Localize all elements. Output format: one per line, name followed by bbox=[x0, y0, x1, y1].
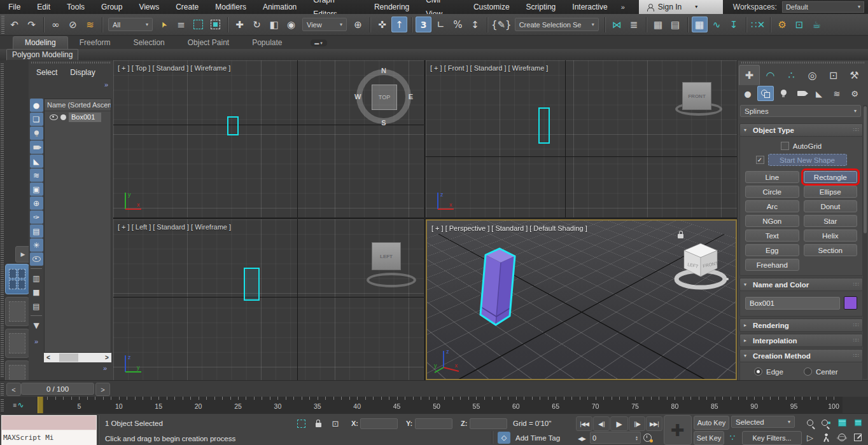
y-coordinate-field[interactable] bbox=[415, 418, 452, 429]
next-frame-button[interactable]: > bbox=[95, 383, 110, 396]
box001-object[interactable] bbox=[475, 243, 533, 332]
spline-button-helix[interactable]: Helix bbox=[804, 229, 858, 242]
filter-shapes-icon[interactable]: ❏ bbox=[30, 113, 43, 126]
viewport-menu-button[interactable]: [ + ] bbox=[118, 223, 130, 231]
tab-motion-icon[interactable]: ◎ bbox=[802, 65, 823, 85]
edge-radio[interactable] bbox=[754, 367, 762, 376]
shape-category-dropdown[interactable]: Splines ▾ bbox=[740, 105, 861, 117]
zoom-extents-icon[interactable] bbox=[835, 416, 849, 429]
maxscript-mini-listener[interactable]: MAXScript Mi bbox=[1, 415, 97, 445]
selection-set-dropdown[interactable]: Selected ▾ bbox=[731, 416, 795, 428]
category-space-warps-icon[interactable]: ≋ bbox=[829, 86, 845, 101]
spline-button-egg[interactable]: Egg bbox=[745, 244, 799, 256]
filter-containers-icon[interactable]: ⊕ bbox=[30, 196, 43, 210]
visibility-eye-icon[interactable] bbox=[50, 114, 58, 120]
center-radio[interactable] bbox=[804, 367, 812, 376]
rollout-header-name-and-color[interactable]: ▾ Name and Color ∷∷ bbox=[739, 278, 863, 291]
menu-interactive[interactable]: Interactive bbox=[564, 0, 615, 14]
window-crossing-toggle-icon[interactable] bbox=[207, 17, 223, 32]
select-and-link-icon[interactable]: ∞ bbox=[48, 17, 64, 32]
viewport-menu-button[interactable]: [ + ] bbox=[431, 224, 444, 232]
workspaces-dropdown[interactable]: Default ▾ bbox=[782, 1, 864, 13]
mini-curve-editor-button[interactable]: ≡∿ bbox=[8, 399, 29, 411]
spline-button-arc[interactable]: Arc bbox=[745, 200, 799, 212]
rectangle-shape-wireframe[interactable] bbox=[244, 268, 260, 301]
spline-button-line[interactable]: Line bbox=[745, 171, 799, 183]
viewport-shading-button[interactable]: [ Wireframe ] bbox=[508, 64, 548, 72]
viewport-shading-button[interactable]: [ Wireframe ] bbox=[191, 223, 231, 231]
filter-overflow-icon[interactable]: » bbox=[34, 338, 38, 345]
start-new-shape-checkbox[interactable]: ✓ bbox=[756, 156, 764, 164]
category-shapes-icon[interactable] bbox=[757, 86, 774, 101]
redo-icon[interactable]: ↷ bbox=[24, 17, 39, 32]
tab-display-icon[interactable]: ⊡ bbox=[823, 65, 844, 85]
viewport-shading-button[interactable]: [ Wireframe ] bbox=[190, 64, 230, 72]
viewcube-front[interactable]: FRONT bbox=[682, 82, 711, 110]
drag-handle[interactable] bbox=[1, 383, 4, 395]
select-and-place-icon[interactable]: ◉ bbox=[283, 17, 299, 32]
current-frame-field[interactable]: 0 ▲▼ bbox=[590, 432, 641, 444]
viewport-layout-tab-2[interactable] bbox=[5, 297, 29, 326]
menu-edit[interactable]: Edit bbox=[29, 0, 59, 14]
spline-button-star[interactable]: Star bbox=[804, 215, 858, 227]
spline-button-section[interactable]: Section bbox=[804, 244, 858, 256]
object-color-swatch[interactable] bbox=[844, 296, 857, 310]
ribbon-panel-polygon-modeling[interactable]: Polygon Modeling bbox=[6, 49, 78, 60]
menu-modifiers[interactable]: Modifiers bbox=[207, 0, 255, 14]
use-pivot-point-center-icon[interactable]: ⊕ bbox=[350, 17, 366, 32]
add-time-tag[interactable]: Add Time Tag bbox=[515, 434, 560, 442]
ribbon-tab-freeform[interactable]: Freeform bbox=[68, 37, 122, 49]
auto-key-button[interactable]: Auto Key bbox=[694, 416, 729, 430]
category-cameras-icon[interactable] bbox=[793, 86, 809, 101]
menu-animation[interactable]: Animation bbox=[255, 0, 305, 14]
viewport-menu-button[interactable]: [ + ] bbox=[118, 64, 130, 72]
mirror-icon[interactable]: ⋈ bbox=[609, 17, 625, 32]
select-and-rotate-icon[interactable]: ↻ bbox=[249, 17, 265, 32]
autogrid-checkbox[interactable] bbox=[781, 142, 789, 150]
viewport-shading-button[interactable]: [ Default Shading ] bbox=[529, 224, 587, 232]
maximize-viewport-toggle-icon[interactable] bbox=[851, 431, 865, 444]
angle-snap-icon[interactable]: ∟ bbox=[433, 17, 449, 32]
compass-north[interactable]: N bbox=[381, 67, 386, 74]
frame-counter[interactable]: 0 / 100 bbox=[21, 383, 94, 395]
menu-scripting[interactable]: Scripting bbox=[518, 0, 564, 14]
menu-group[interactable]: Group bbox=[93, 0, 130, 14]
set-keys-button[interactable]: ✚ bbox=[664, 415, 692, 445]
viewport-renderer-button[interactable]: [ Standard ] bbox=[470, 64, 507, 72]
rectangle-shape-wireframe[interactable] bbox=[538, 107, 550, 144]
filter-hidden-icon[interactable] bbox=[30, 252, 43, 266]
play-button[interactable]: ▶ bbox=[610, 416, 628, 431]
object-name-field[interactable]: Box001 bbox=[745, 297, 840, 310]
scroll-left-icon[interactable]: < bbox=[44, 354, 53, 361]
start-new-shape-button[interactable]: Start New Shape bbox=[768, 154, 847, 166]
slate-material-editor-icon[interactable]: ∷✕ bbox=[750, 17, 766, 32]
zoom-region-icon[interactable]: ▷ bbox=[803, 431, 817, 444]
previous-frame-button[interactable]: ◀|| bbox=[593, 416, 610, 431]
ribbon-tab-object-paint[interactable]: Object Paint bbox=[176, 37, 241, 49]
menu-views[interactable]: Views bbox=[130, 0, 167, 14]
viewcube-left[interactable]: LEFT bbox=[372, 242, 401, 270]
zoom-extents-all-icon[interactable] bbox=[851, 416, 865, 429]
view-compass[interactable]: N S E W TOP bbox=[356, 69, 411, 124]
viewport-menu-button[interactable]: [ + ] bbox=[430, 64, 442, 72]
display-thumbnail-icon[interactable]: ■ bbox=[30, 285, 43, 299]
curve-editor-icon[interactable]: ∿ bbox=[709, 17, 725, 32]
ribbon-tab-populate[interactable]: Populate bbox=[241, 37, 293, 49]
dope-sheet-icon[interactable]: ↧ bbox=[726, 17, 742, 32]
filter-frozen-icon[interactable]: ▤ bbox=[30, 224, 43, 238]
zoom-all-icon[interactable]: ▪ bbox=[819, 416, 833, 429]
explorer-overflow-bottom-icon[interactable]: » bbox=[103, 364, 107, 372]
filter-groups-icon[interactable]: ▣ bbox=[30, 182, 43, 196]
explorer-menu-display[interactable]: Display bbox=[70, 68, 95, 77]
spline-button-freehand[interactable]: Freehand bbox=[745, 259, 799, 271]
spline-button-ellipse[interactable]: Ellipse bbox=[804, 186, 858, 198]
reference-coordinate-system-dropdown[interactable]: View▾ bbox=[302, 18, 347, 31]
filter-cameras-icon[interactable] bbox=[30, 140, 43, 154]
orbit-icon[interactable] bbox=[835, 431, 849, 444]
rollout-header-rendering[interactable]: ▸ Rendering ∷∷ bbox=[739, 318, 863, 332]
keyboard-shortcut-override-icon[interactable]: ↑ bbox=[391, 17, 407, 32]
scrollbar-thumb[interactable] bbox=[59, 353, 78, 362]
filter-particles-icon[interactable]: ✳ bbox=[30, 238, 43, 252]
spline-button-donut[interactable]: Donut bbox=[804, 200, 858, 212]
keyable-icons-icon[interactable]: ∵ bbox=[725, 431, 739, 444]
